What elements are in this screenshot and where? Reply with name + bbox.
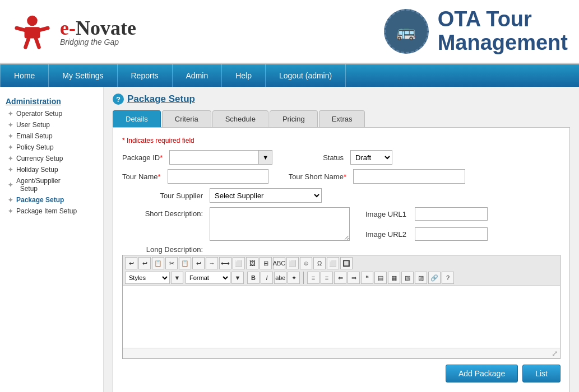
cross-icon: ✦ <box>8 133 13 140</box>
tb-char[interactable]: Ω <box>313 257 326 269</box>
tab-pricing[interactable]: Pricing <box>270 110 318 127</box>
sidebar-item-agent-supplier-setup[interactable]: ✦ Agent/Supplier Setup <box>0 175 103 194</box>
package-id-input[interactable] <box>169 150 259 165</box>
nav-reports[interactable]: Reports <box>118 64 173 87</box>
sidebar-item-operator-setup[interactable]: ✦ Operator Setup <box>0 108 103 119</box>
tb-replace[interactable]: ⬜ <box>233 257 245 269</box>
tb-indent-less[interactable]: ⇐ <box>334 272 346 284</box>
short-desc-label: Short Description: <box>122 207 206 218</box>
help-icon[interactable]: ? <box>113 94 124 105</box>
logo-icon <box>11 11 53 53</box>
short-desc-textarea[interactable] <box>210 207 350 241</box>
tb-redo1[interactable]: ↩ <box>192 257 205 269</box>
sidebar-label: Holiday Setup <box>16 166 58 174</box>
tb-source[interactable]: 🔲 <box>340 257 353 269</box>
navbar: Home My Settings Reports Admin Help Logo… <box>0 64 579 87</box>
tb-unordered-list[interactable]: ≡ <box>307 272 319 284</box>
tour-short-name-input[interactable] <box>353 169 465 184</box>
sidebar-label: Package Item Setup <box>16 207 77 215</box>
tb-subscript[interactable]: ✦ <box>288 272 300 284</box>
tb-styles-arrow[interactable]: ▼ <box>171 272 183 284</box>
package-id-label: Package ID* <box>122 153 166 162</box>
tb-styles-select[interactable]: Styles <box>125 272 170 284</box>
tab-details[interactable]: Details <box>113 110 161 127</box>
image-url2-row: Image URL2 <box>365 227 488 241</box>
page-title: Package Setup <box>127 94 195 105</box>
sidebar: Administration ✦ Operator Setup ✦ User S… <box>0 87 104 392</box>
status-label: Status <box>323 153 347 162</box>
editor-resize-handle[interactable]: ⤢ <box>123 348 560 358</box>
sidebar-item-email-setup[interactable]: ✦ Email Setup <box>0 130 103 142</box>
nav-home[interactable]: Home <box>0 64 49 87</box>
image-url2-input[interactable] <box>415 227 488 241</box>
rich-text-editor: ↩ ↩ 📋 ✂ 📋 ↩ → ⟷ ⬜ 🖼 ⊞ ABC ⬜ ☺ <box>122 255 561 359</box>
tb-format-select[interactable]: Format <box>186 272 230 284</box>
tb-undo2[interactable]: ↩ <box>138 257 151 269</box>
sidebar-label: Agent/Supplier Setup <box>16 177 61 193</box>
sidebar-item-currency-setup[interactable]: ✦ Currency Setup <box>0 153 103 164</box>
toolbar-divider <box>303 272 304 284</box>
form-area: * Indicates required field Package ID* ▼… <box>113 127 570 392</box>
logo-right: 🚌 OTA TourManagement <box>384 8 568 55</box>
tb-align-justify[interactable]: ▨ <box>415 272 427 284</box>
tb-smile[interactable]: ☺ <box>300 257 312 269</box>
tb-format-arrow[interactable]: ▼ <box>231 272 244 284</box>
package-id-dropdown-btn[interactable]: ▼ <box>259 150 272 165</box>
image-url2-label: Image URL2 <box>365 230 410 239</box>
svg-rect-1 <box>25 27 40 38</box>
tour-supplier-select[interactable]: Select Supplier <box>210 188 322 203</box>
image-url1-input[interactable] <box>415 207 488 221</box>
sidebar-item-holiday-setup[interactable]: ✦ Holiday Setup <box>0 164 103 175</box>
editor-toolbar-row2: Styles ▼ Format ▼ B I abc ✦ ≡ ≡ <box>125 272 558 284</box>
tb-table[interactable]: ⊞ <box>260 257 272 269</box>
sidebar-item-package-setup[interactable]: ✦ Package Setup <box>0 194 103 206</box>
status-select[interactable]: Draft Active Inactive <box>350 150 392 165</box>
nav-logout[interactable]: Logout (admin) <box>266 64 346 87</box>
tb-redo2[interactable]: → <box>206 257 218 269</box>
nav-help[interactable]: Help <box>222 64 266 87</box>
cross-icon: ✦ <box>8 110 13 118</box>
tb-img[interactable]: 🖼 <box>246 257 258 269</box>
tab-extras[interactable]: Extras <box>319 110 365 127</box>
tb-paste[interactable]: 📋 <box>179 257 191 269</box>
tb-indent-more[interactable]: ⇒ <box>348 272 360 284</box>
tb-link[interactable]: 🔗 <box>428 272 441 284</box>
tab-criteria[interactable]: Criteria <box>162 110 211 127</box>
enovate-logo-svg <box>14 13 50 50</box>
tb-blockquote[interactable]: ❝ <box>361 272 373 284</box>
tb-undo[interactable]: ↩ <box>125 257 137 269</box>
sidebar-item-user-setup[interactable]: ✦ User Setup <box>0 119 103 130</box>
tb-special[interactable]: ⬜ <box>286 257 299 269</box>
tb-align-left[interactable]: ▤ <box>374 272 387 284</box>
sidebar-label: Package Setup <box>16 196 64 204</box>
package-id-field: ▼ <box>169 150 272 165</box>
tb-copy[interactable]: 📋 <box>152 257 164 269</box>
sidebar-item-package-item-setup[interactable]: ✦ Package Item Setup <box>0 206 103 217</box>
nav-my-settings[interactable]: My Settings <box>49 64 117 87</box>
tb-align-right[interactable]: ▧ <box>401 272 414 284</box>
tb-bold[interactable]: B <box>247 272 260 284</box>
page-title-row: ? Package Setup <box>113 94 570 105</box>
tb-cut[interactable]: ✂ <box>165 257 178 269</box>
cross-icon: ✦ <box>8 166 13 174</box>
tb-find[interactable]: ⟷ <box>219 257 231 269</box>
tb-strikethrough[interactable]: abc <box>274 272 286 284</box>
svg-line-3 <box>40 28 48 30</box>
editor-body[interactable] <box>123 286 560 348</box>
add-package-button[interactable]: Add Package <box>446 365 518 382</box>
tb-spell[interactable]: ABC <box>273 257 285 269</box>
svg-line-2 <box>17 28 25 30</box>
tb-align-center[interactable]: ▦ <box>388 272 400 284</box>
tb-iframe[interactable]: ⬜ <box>327 257 339 269</box>
image-url-block: Image URL1 Image URL2 <box>365 207 488 241</box>
svg-point-0 <box>27 15 38 26</box>
tb-help[interactable]: ? <box>442 272 454 284</box>
tab-schedule[interactable]: Schedule <box>212 110 268 127</box>
tb-ordered-list[interactable]: ≡ <box>321 272 333 284</box>
nav-admin[interactable]: Admin <box>173 64 223 87</box>
cross-icon: ✦ <box>8 144 13 151</box>
tour-name-input[interactable] <box>168 169 268 184</box>
list-button[interactable]: List <box>522 365 561 382</box>
sidebar-item-policy-setup[interactable]: ✦ Policy Setup <box>0 142 103 153</box>
tb-italic[interactable]: I <box>261 272 273 284</box>
